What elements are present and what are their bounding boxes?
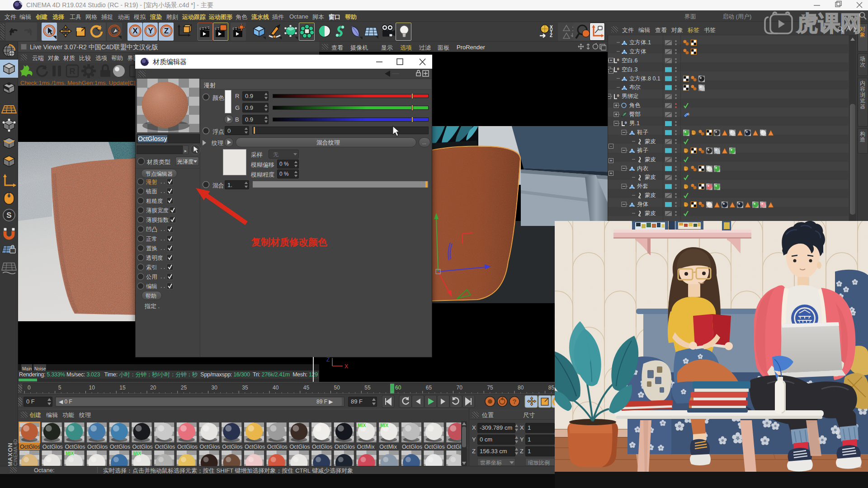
svg-text:蒙皮: 蒙皮 <box>645 138 656 145</box>
svg-text:25: 25 <box>181 385 187 391</box>
svg-text:裤子: 裤子 <box>637 147 649 154</box>
svg-text:薄膜宽度: 薄膜宽度 <box>146 207 169 214</box>
svg-text:MIX: MIX <box>133 451 142 456</box>
svg-text:鞋子: 鞋子 <box>637 129 649 136</box>
svg-text:蒙皮: 蒙皮 <box>645 192 656 198</box>
svg-text:OctGlos: OctGlos <box>245 444 265 450</box>
svg-text:Z: Z <box>164 27 169 35</box>
svg-text:OctGlos: OctGlos <box>267 444 288 450</box>
svg-text:Z: Z <box>326 357 330 363</box>
svg-text:S: S <box>6 211 11 220</box>
svg-text:0: 0 <box>625 121 627 125</box>
svg-text:空白.3: 空白.3 <box>622 66 637 73</box>
svg-text:R: R <box>70 67 75 76</box>
svg-text:5: 5 <box>58 385 61 391</box>
svg-text:Z: Z <box>550 33 552 38</box>
svg-text:立方体.1: 立方体.1 <box>629 39 651 46</box>
svg-text:?: ? <box>512 398 516 405</box>
svg-text:85: 85 <box>548 385 555 391</box>
svg-text:30: 30 <box>212 385 218 391</box>
svg-text:男.1: 男.1 <box>629 120 640 127</box>
svg-text:布尔: 布尔 <box>629 84 641 90</box>
svg-text:20: 20 <box>150 385 156 391</box>
svg-text:薄膜指数: 薄膜指数 <box>146 217 169 223</box>
svg-text:置换: 置换 <box>146 245 157 252</box>
svg-text:70: 70 <box>457 385 463 391</box>
svg-text:男绑定: 男绑定 <box>622 93 639 99</box>
svg-text:S: S <box>687 113 689 116</box>
svg-text:60: 60 <box>395 385 401 391</box>
svg-text:凹凸: 凹凸 <box>146 226 157 233</box>
svg-text:内衣: 内衣 <box>637 165 649 172</box>
svg-text:OctGlos: OctGlos <box>335 444 355 450</box>
svg-text:蒙皮: 蒙皮 <box>645 210 656 216</box>
svg-text:OctGlos: OctGlos <box>132 444 153 450</box>
svg-text:MIX: MIX <box>66 451 74 456</box>
svg-text:OctGlos: OctGlos <box>289 444 310 450</box>
svg-text:OctGlos: OctGlos <box>87 444 108 450</box>
svg-text:0: 0 <box>617 67 619 71</box>
svg-text:索引: 索引 <box>146 264 157 271</box>
svg-text:空白.6: 空白.6 <box>622 57 637 64</box>
svg-text:立方体.8 0.1: 立方体.8 0.1 <box>629 75 660 82</box>
svg-text:0: 0 <box>28 385 31 391</box>
svg-text:蒙皮: 蒙皮 <box>645 156 656 163</box>
svg-text:OctGlos: OctGlos <box>200 444 220 450</box>
svg-text:OctGlos: OctGlos <box>65 444 85 450</box>
svg-text:外套: 外套 <box>637 183 648 189</box>
svg-text:X: X <box>132 27 138 35</box>
svg-text:OctGlos: OctGlos <box>312 444 332 450</box>
svg-text:OctGlos: OctGlos <box>425 444 445 450</box>
svg-text:35: 35 <box>242 385 248 391</box>
svg-text:65: 65 <box>426 385 432 391</box>
svg-text:漫射: 漫射 <box>146 179 157 185</box>
svg-text:75: 75 <box>487 385 493 391</box>
svg-text:OctGlos: OctGlos <box>110 444 130 450</box>
svg-text:公用: 公用 <box>146 274 157 280</box>
svg-text:55: 55 <box>364 385 371 391</box>
svg-text:OctGlos: OctGlos <box>177 444 198 450</box>
svg-text:OctMix: OctMix <box>357 444 375 450</box>
svg-text:40: 40 <box>273 385 279 391</box>
svg-text:正常: 正常 <box>146 236 157 242</box>
svg-text:10: 10 <box>89 385 95 391</box>
svg-text:粗糙度: 粗糙度 <box>146 198 163 204</box>
svg-text:OctGlos: OctGlos <box>155 444 175 450</box>
svg-text:45: 45 <box>303 385 310 391</box>
svg-text:80: 80 <box>518 385 524 391</box>
svg-text:15: 15 <box>119 385 126 391</box>
svg-text:0: 0 <box>617 94 619 98</box>
svg-text:Y: Y <box>148 27 153 35</box>
svg-text:X: X <box>344 363 348 370</box>
svg-text:身体: 身体 <box>637 201 649 207</box>
svg-text:蒙皮: 蒙皮 <box>645 174 656 180</box>
svg-text:OctMix: OctMix <box>379 444 397 450</box>
svg-text:0: 0 <box>617 58 619 62</box>
svg-text:MIX: MIX <box>358 423 366 428</box>
svg-text:角色: 角色 <box>629 102 641 108</box>
svg-text:OctGlos: OctGlos <box>222 444 242 450</box>
svg-text:透明度: 透明度 <box>146 255 163 261</box>
svg-text:OctGlos: OctGlos <box>20 444 40 450</box>
svg-text:MIX: MIX <box>380 423 388 428</box>
svg-text:立方体: 立方体 <box>629 48 646 55</box>
svg-text:OctGlos: OctGlos <box>402 444 422 450</box>
svg-text:OctGlos: OctGlos <box>42 444 63 450</box>
svg-text:镜面: 镜面 <box>146 188 157 195</box>
svg-text:50: 50 <box>334 385 340 391</box>
svg-text:编辑: 编辑 <box>146 283 157 290</box>
svg-text:臀部: 臀部 <box>629 111 641 117</box>
